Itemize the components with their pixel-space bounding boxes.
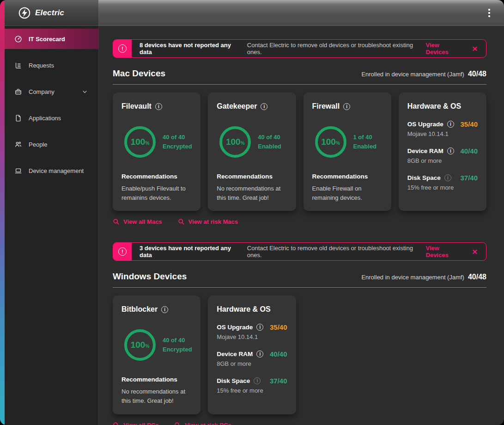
percent-ring: 100% [219, 126, 251, 158]
mac-hardware-os-card: Hardware & OS OS Upgrade i 35/40 Mojave … [399, 92, 486, 211]
mac-enrollment: Enrolled in device management (Jamf) 40/… [361, 70, 486, 78]
alert-detail-text: Contact Electric to remove old devices o… [247, 245, 426, 259]
percent-value: 100 [131, 340, 146, 350]
sidebar-item-label: Requests [29, 62, 54, 69]
bitblocker-card: Bitblocker i 100% 40 of 40 Encrypted Rec… [113, 296, 200, 414]
sidebar-item-it-scorecard[interactable]: IT Scorecard [5, 29, 98, 49]
link-label: View at risk Macs [188, 218, 238, 225]
info-icon[interactable]: i [155, 103, 162, 110]
filevault-card: Filevault i 100% 40 of 40 Encrypted Reco… [113, 92, 200, 211]
sidebar-item-label: IT Scorecard [29, 36, 65, 43]
sidebar-item-label: Device management [29, 167, 84, 174]
hw-label: Device RAM [217, 351, 253, 357]
info-icon[interactable]: i [447, 121, 454, 128]
search-icon [113, 218, 120, 225]
view-at-risk-macs-link[interactable]: View at risk Macs [178, 218, 238, 225]
view-devices-link[interactable]: View Devices [426, 245, 463, 259]
hw-subtext: 8GB or more [217, 360, 287, 367]
hw-row-disk-space: Disk Space i 37/40 15% free or more [217, 377, 287, 394]
view-devices-link[interactable]: View Devices [426, 42, 463, 55]
gatekeeper-card: Gatekeeper i 100% 40 of 40 Enabled Recom… [208, 92, 296, 211]
close-icon[interactable]: ✕ [472, 248, 478, 255]
windows-cards-row: Bitblocker i 100% 40 of 40 Encrypted Rec… [113, 296, 486, 414]
percent-sign: % [336, 141, 340, 146]
hw-row-device-ram: Device RAM i 40/40 8GB or more [217, 350, 287, 367]
app-logo-text: Electric [35, 8, 64, 18]
ring-caption: 1 of 40 Enabled [353, 133, 377, 151]
hw-label: Disk Space [407, 174, 441, 181]
info-icon[interactable]: i [256, 324, 263, 331]
ring-caption: 40 of 40 Encrypted [163, 336, 192, 354]
sidebar-item-applications[interactable]: Applications [5, 108, 98, 128]
section-divider [113, 287, 486, 288]
alert-detail-text: Contact Electric to remove old devices o… [247, 42, 426, 55]
exclamation-circle-icon: ! [118, 44, 127, 53]
mac-cards-row: Filevault i 100% 40 of 40 Encrypted Reco… [113, 92, 486, 211]
electric-logo-icon [18, 7, 30, 19]
view-all-macs-link[interactable]: View all Macs [113, 218, 162, 225]
view-all-pcs-link[interactable]: View all PCs [113, 422, 158, 425]
card-title: Firewall [312, 102, 340, 111]
windows-hardware-os-card: Hardware & OS OS Upgrade i 35/40 Mojave … [208, 296, 296, 414]
count-text: 40 of 40 [258, 133, 281, 142]
recommendations-title: Recommendations [217, 173, 287, 180]
sidebar: Electric IT Scorecard [0, 0, 98, 425]
enrollment-label: Enrolled in device management (Jamf) [361, 71, 464, 78]
enrollment-label: Enrolled in device management (Jamf) [361, 274, 464, 281]
recommendations-text: No recommendations at this time. Great j… [217, 184, 287, 203]
card-title: Hardware & OS [407, 102, 461, 111]
firewall-card: Firewall i 100% 1 of 40 Enabled Recommen… [304, 92, 391, 211]
sidebar-item-device-management[interactable]: Device management [5, 160, 98, 181]
search-icon [174, 422, 181, 425]
status-text: Encrypted [163, 345, 192, 354]
laptop-icon [14, 167, 22, 175]
windows-alert-banner: ! 3 devices have not reported any data C… [113, 242, 486, 261]
hw-label: Disk Space [217, 377, 250, 384]
info-icon[interactable]: i [256, 351, 263, 357]
info-icon[interactable]: i [261, 103, 267, 110]
info-icon[interactable]: i [254, 377, 261, 384]
recommendations-title: Recommendations [312, 173, 383, 180]
hw-value: 35/40 [460, 120, 478, 128]
top-bar [98, 0, 504, 26]
sidebar-header: Electric [5, 0, 98, 26]
percent-value: 100 [321, 137, 336, 147]
status-text: Enabled [353, 142, 377, 151]
percent-sign: % [241, 141, 245, 146]
info-icon[interactable]: i [343, 103, 350, 110]
hw-subtext: Mojave 10.14.1 [217, 333, 287, 340]
mac-alert-banner: ! 8 devices have not reported any data C… [113, 39, 486, 58]
hw-row-device-ram: Device RAM i 40/40 8GB or more [407, 147, 478, 164]
sidebar-item-company[interactable]: Company [5, 81, 98, 102]
hw-subtext: 8GB or more [407, 157, 478, 164]
ring-caption: 40 of 40 Encrypted [163, 133, 192, 151]
sidebar-item-requests[interactable]: Requests [5, 55, 98, 75]
close-icon[interactable]: ✕ [472, 45, 478, 52]
info-icon[interactable]: i [447, 148, 454, 154]
search-icon [178, 218, 185, 225]
alert-bold-text: 8 devices have not reported any data [140, 42, 243, 55]
view-at-risk-pcs-link[interactable]: View at risk PCs [174, 422, 231, 425]
alert-actions: View Devices ✕ [426, 40, 486, 57]
info-icon[interactable]: i [444, 174, 451, 181]
main-area: ! 8 devices have not reported any data C… [98, 0, 504, 425]
hw-subtext: Mojave 10.14.1 [407, 130, 478, 137]
link-label: View all Macs [123, 218, 162, 225]
content-scroll-area[interactable]: ! 8 devices have not reported any data C… [98, 26, 504, 425]
percent-sign: % [145, 344, 149, 349]
sidebar-nav: IT Scorecard Requests [0, 26, 98, 187]
hw-label: OS Upgrade [407, 121, 443, 128]
count-text: 40 of 40 [163, 133, 192, 142]
hw-label: Device RAM [407, 148, 443, 154]
info-icon[interactable]: i [161, 306, 168, 313]
sidebar-item-label: Applications [29, 115, 61, 122]
chevron-down-icon[interactable] [81, 88, 88, 95]
search-icon [113, 422, 120, 425]
hw-value: 40/40 [270, 350, 287, 358]
windows-section-title: Windows Devices [113, 271, 187, 282]
kebab-menu-icon[interactable] [486, 6, 493, 20]
gauge-icon [14, 35, 22, 43]
mac-section-head: Mac Devices Enrolled in device managemen… [113, 68, 486, 79]
sidebar-item-people[interactable]: People [5, 134, 98, 154]
enrollment-value: 40/48 [468, 70, 486, 78]
